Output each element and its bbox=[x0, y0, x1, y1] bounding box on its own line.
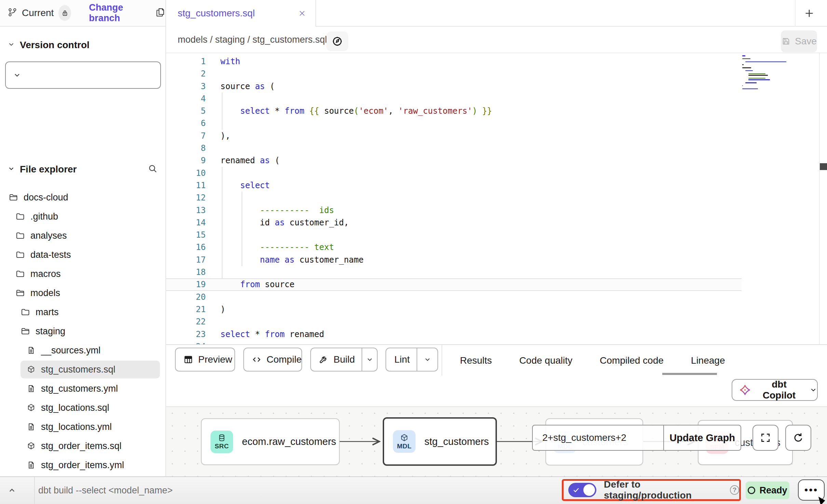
node-label: ecom.raw_customers bbox=[242, 436, 336, 447]
file-item-analyses[interactable]: analyses bbox=[0, 226, 165, 245]
code-line-3[interactable]: 3source as ( bbox=[166, 80, 742, 93]
file-explorer-header[interactable]: File explorer bbox=[0, 158, 165, 180]
file-item-stg-locations-yml[interactable]: stg_locations.yml bbox=[0, 417, 165, 436]
file-item-stg-order-items-yml[interactable]: stg_order_items.yml bbox=[0, 456, 165, 475]
lint-button[interactable]: Lint bbox=[385, 348, 438, 372]
code-line-19[interactable]: 19 from source bbox=[166, 278, 742, 291]
defer-toggle[interactable] bbox=[568, 483, 596, 497]
tab-lineage[interactable]: Lineage bbox=[688, 355, 728, 366]
refresh-icon bbox=[792, 432, 804, 444]
file-item-docs-cloud[interactable]: docs-cloud bbox=[0, 188, 165, 207]
lineage-canvas[interactable]: SRC ecom.raw_customers MDL stg_customers… bbox=[166, 406, 827, 476]
code-line-8[interactable]: 8 bbox=[166, 142, 742, 154]
code-line-22[interactable]: 22 bbox=[166, 316, 742, 328]
close-tab-icon[interactable] bbox=[298, 9, 307, 18]
tab-code-quality[interactable]: Code quality bbox=[516, 355, 575, 366]
code-line-18[interactable]: 18 bbox=[166, 266, 742, 278]
code-line-14[interactable]: 14 id as customer_id, bbox=[166, 216, 742, 229]
line-number: 24 bbox=[166, 340, 206, 344]
code-line-16[interactable]: 16 ---------- text bbox=[166, 241, 742, 253]
fullscreen-button[interactable] bbox=[753, 425, 778, 451]
minimap-line bbox=[742, 88, 758, 89]
tab-compiled-code[interactable]: Compiled code bbox=[597, 355, 666, 366]
line-number: 12 bbox=[166, 192, 206, 204]
minimap-line bbox=[742, 60, 785, 61]
save-label: Save bbox=[795, 36, 817, 47]
code-line-21[interactable]: 21) bbox=[166, 303, 742, 316]
code-line-23[interactable]: 23select * from renamed bbox=[166, 328, 742, 340]
code-line-11[interactable]: 11 select bbox=[166, 179, 742, 192]
file-item-label: stg_order_items.yml bbox=[41, 460, 124, 471]
code-editor[interactable]: 1with23source as (45 select * from {{ so… bbox=[166, 53, 827, 344]
save-icon bbox=[781, 37, 791, 46]
code-line-7[interactable]: 7), bbox=[166, 130, 742, 142]
change-branch-link[interactable]: Change branch bbox=[89, 2, 144, 24]
create-branch-button[interactable]: Create branch bbox=[5, 61, 161, 89]
file-item--sources-yml[interactable]: __sources.yml bbox=[0, 341, 165, 360]
code-line-1[interactable]: 1with bbox=[166, 55, 742, 68]
scrollbar-thumb[interactable] bbox=[820, 163, 827, 170]
minimap-line bbox=[742, 69, 785, 70]
file-item-stg-customers-sql[interactable]: stg_customers.sql bbox=[0, 360, 165, 379]
file-item-label: stg_customers.sql bbox=[41, 364, 116, 375]
code-line-4[interactable]: 4 bbox=[166, 93, 742, 105]
code-line-20[interactable]: 20 bbox=[166, 291, 742, 303]
refresh-button[interactable] bbox=[785, 425, 811, 451]
code-line-24[interactable]: 24 bbox=[166, 340, 742, 344]
dbt-logo-icon bbox=[739, 384, 751, 396]
tab-results[interactable]: Results bbox=[457, 355, 494, 366]
tab-strip: stg_customers.sql bbox=[166, 0, 827, 27]
compile-button[interactable]: Compile bbox=[243, 348, 302, 372]
minimap[interactable] bbox=[742, 55, 785, 91]
lint-label: Lint bbox=[394, 354, 410, 365]
folder-icon bbox=[15, 231, 25, 240]
code-line-6[interactable]: 6 bbox=[166, 117, 742, 129]
lineage-node-source[interactable]: SRC ecom.raw_customers bbox=[201, 418, 340, 465]
version-control-header[interactable]: Version control bbox=[0, 35, 165, 55]
source-badge: SRC bbox=[211, 431, 233, 453]
file-item-stg-customers-yml[interactable]: stg_customers.yml bbox=[0, 379, 165, 398]
line-source: select * from {{ source('ecom', 'raw_cus… bbox=[220, 105, 492, 117]
file-item-stg-order-items-sql[interactable]: stg_order_items.sql bbox=[0, 436, 165, 456]
preview-label: Preview bbox=[198, 354, 232, 365]
file-item-models[interactable]: models bbox=[0, 283, 165, 303]
preview-button[interactable]: Preview bbox=[175, 348, 235, 372]
lineage-selector-input[interactable]: 2+stg_customers+2 bbox=[533, 425, 664, 450]
command-input[interactable]: dbt build --select <model_name> bbox=[38, 485, 173, 496]
compass-icon[interactable] bbox=[326, 31, 348, 51]
new-tab-button[interactable] bbox=[799, 5, 819, 21]
code-line-13[interactable]: 13 ---------- ids bbox=[166, 204, 742, 216]
lint-dropdown[interactable] bbox=[417, 348, 437, 371]
file-item-staging[interactable]: staging bbox=[0, 322, 165, 341]
line-source: with bbox=[220, 55, 240, 68]
file-item-marts[interactable]: marts bbox=[0, 303, 165, 322]
code-line-10[interactable]: 10 bbox=[166, 167, 742, 179]
editor-scrollbar[interactable] bbox=[819, 53, 827, 344]
build-button[interactable]: Build bbox=[310, 348, 378, 372]
code-line-9[interactable]: 9renamed as ( bbox=[166, 154, 742, 167]
code-line-15[interactable]: 15 bbox=[166, 229, 742, 241]
file-item-macros[interactable]: macros bbox=[0, 264, 165, 283]
dbt-copilot-button[interactable]: dbt Copilot bbox=[732, 379, 818, 401]
save-button[interactable]: Save bbox=[781, 30, 817, 52]
code-line-5[interactable]: 5 select * from {{ source('ecom', 'raw_c… bbox=[166, 105, 742, 117]
code-line-17[interactable]: 17 name as customer_name bbox=[166, 254, 742, 266]
lineage-selector-bar: 2+stg_customers+2 Update Graph bbox=[532, 425, 741, 451]
code-line-12[interactable]: 12 bbox=[166, 192, 742, 204]
line-source: id as customer_id, bbox=[220, 216, 349, 229]
copy-branch-icon[interactable] bbox=[155, 7, 165, 19]
file-item--github[interactable]: .github bbox=[0, 207, 165, 226]
search-icon[interactable] bbox=[148, 164, 158, 175]
lineage-node-stg-customers[interactable]: MDL stg_customers bbox=[383, 417, 497, 466]
help-icon[interactable]: ? bbox=[730, 485, 739, 495]
line-number: 7 bbox=[166, 130, 206, 142]
update-graph-button[interactable]: Update Graph bbox=[664, 425, 741, 450]
file-item-label: macros bbox=[30, 269, 61, 279]
build-dropdown[interactable] bbox=[362, 348, 377, 371]
file-item-data-tests[interactable]: data-tests bbox=[0, 245, 165, 264]
file-item-stg-locations-sql[interactable]: stg_locations.sql bbox=[0, 398, 165, 417]
create-branch-dropdown[interactable] bbox=[6, 62, 28, 88]
chevron-up-icon[interactable] bbox=[7, 485, 17, 497]
code-line-2[interactable]: 2 bbox=[166, 68, 742, 80]
tab-stg-customers-sql[interactable]: stg_customers.sql bbox=[166, 0, 316, 27]
